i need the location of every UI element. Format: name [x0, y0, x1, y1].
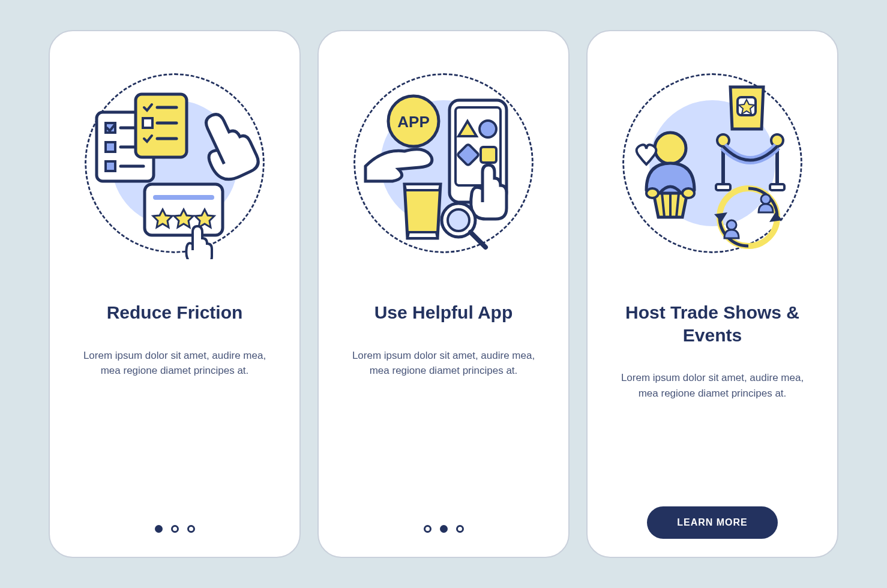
svg-marker-39	[769, 212, 783, 222]
onboarding-card-2: APP	[317, 30, 570, 558]
card-description: Lorem ipsum dolor sit amet, audire mea, …	[619, 370, 805, 401]
card-description: Lorem ipsum dolor sit amet, audire mea, …	[82, 348, 268, 379]
svg-point-23	[448, 209, 469, 231]
learn-more-button[interactable]: LEARN MORE	[647, 506, 778, 539]
illustration-trade-shows	[616, 67, 808, 259]
illustration-reduce-friction	[79, 67, 271, 259]
svg-point-36	[646, 188, 658, 198]
svg-point-28	[717, 134, 729, 146]
svg-rect-9	[143, 118, 152, 128]
dot-1[interactable]	[155, 525, 163, 533]
card-title: Use Helpful App	[374, 301, 513, 324]
svg-rect-5	[106, 161, 115, 171]
svg-rect-21	[481, 147, 496, 163]
card-description: Lorem ipsum dolor sit amet, audire mea, …	[350, 348, 537, 379]
svg-point-37	[682, 188, 694, 198]
svg-point-29	[771, 134, 783, 146]
svg-point-19	[480, 121, 496, 137]
svg-text:APP: APP	[397, 113, 429, 131]
dot-1[interactable]	[424, 525, 431, 533]
helpful-app-icon: APP	[347, 67, 540, 259]
svg-point-42	[761, 194, 771, 204]
dot-2[interactable]	[171, 525, 179, 533]
trade-shows-icon	[616, 67, 808, 259]
reduce-friction-icon	[79, 67, 271, 259]
card-title: Reduce Friction	[107, 301, 243, 324]
onboarding-card-1: Reduce Friction Lorem ipsum dolor sit am…	[49, 30, 301, 558]
dot-2[interactable]	[440, 525, 448, 533]
pagination-dots	[424, 525, 464, 533]
svg-rect-3	[106, 142, 115, 152]
dot-3[interactable]	[456, 525, 464, 533]
svg-marker-40	[714, 212, 727, 222]
svg-rect-30	[716, 184, 730, 190]
card-title: Host Trade Shows & Events	[608, 301, 817, 346]
svg-rect-31	[770, 184, 784, 190]
pagination-dots	[155, 525, 195, 533]
svg-point-32	[655, 133, 686, 164]
dot-3[interactable]	[187, 525, 195, 533]
svg-line-24	[471, 232, 486, 247]
onboarding-card-3: Host Trade Shows & Events Lorem ipsum do…	[586, 30, 838, 558]
svg-point-41	[727, 220, 736, 230]
illustration-helpful-app: APP	[347, 67, 540, 259]
